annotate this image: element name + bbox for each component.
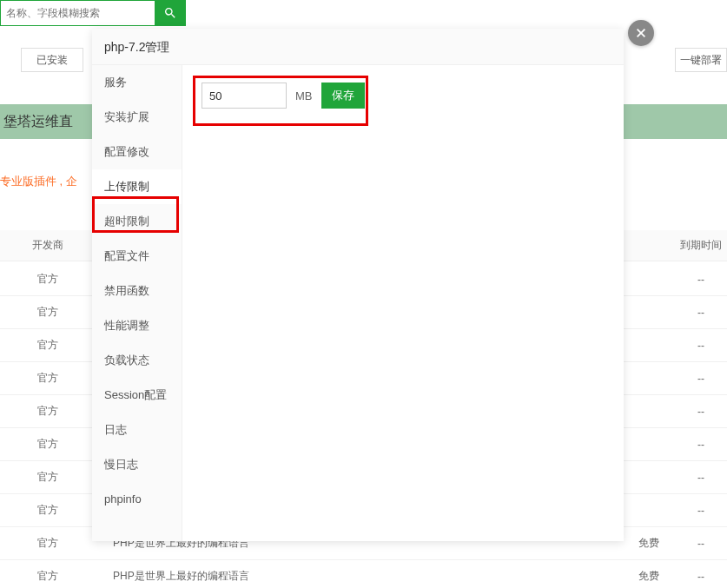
search-input[interactable] bbox=[0, 0, 155, 26]
sidebar-item-config-edit[interactable]: 配置修改 bbox=[92, 135, 182, 169]
cell-dev: 官方 bbox=[0, 437, 96, 452]
cell-dev: 官方 bbox=[0, 272, 96, 287]
search-icon bbox=[163, 6, 177, 20]
modal-body: 服务 安装扩展 配置修改 上传限制 超时限制 配置文件 禁用函数 性能调整 负载… bbox=[92, 65, 624, 541]
sidebar-item-load-status[interactable]: 负载状态 bbox=[92, 343, 182, 378]
cell-expire: -- bbox=[675, 274, 727, 286]
cell-dev: 官方 bbox=[0, 404, 96, 419]
close-button[interactable] bbox=[628, 20, 654, 46]
cell-expire: -- bbox=[675, 538, 727, 550]
save-button[interactable]: 保存 bbox=[321, 83, 365, 109]
header-expire: 到期时间 bbox=[675, 238, 727, 253]
cell-price: 免费 bbox=[623, 569, 675, 584]
cell-expire: -- bbox=[675, 373, 727, 385]
cell-dev: 官方 bbox=[0, 371, 96, 386]
deploy-button[interactable]: 一键部署 bbox=[675, 48, 727, 72]
cell-expire: -- bbox=[675, 571, 727, 583]
search-button[interactable] bbox=[155, 0, 186, 26]
sidebar-item-session[interactable]: Session配置 bbox=[92, 378, 182, 413]
sidebar-item-slow-log[interactable]: 慢日志 bbox=[92, 447, 182, 482]
unit-label: MB bbox=[295, 89, 313, 102]
cell-expire: -- bbox=[675, 340, 727, 352]
sidebar-item-timeout[interactable]: 超时限制 bbox=[92, 204, 182, 239]
cell-price: 免费 bbox=[623, 536, 675, 551]
search-bar bbox=[0, 0, 186, 26]
header-dev: 开发商 bbox=[0, 238, 96, 253]
cell-expire: -- bbox=[675, 472, 727, 484]
sidebar-item-service[interactable]: 服务 bbox=[92, 65, 182, 100]
modal-sidebar: 服务 安装扩展 配置修改 上传限制 超时限制 配置文件 禁用函数 性能调整 负载… bbox=[92, 65, 182, 541]
cell-dev: 官方 bbox=[0, 536, 96, 551]
cell-dev: 官方 bbox=[0, 338, 96, 353]
cell-expire: -- bbox=[675, 439, 727, 451]
sidebar-item-upload-limit[interactable]: 上传限制 bbox=[92, 169, 182, 204]
cell-dev: 官方 bbox=[0, 305, 96, 320]
upload-limit-input[interactable] bbox=[202, 83, 287, 109]
sidebar-item-disable-func[interactable]: 禁用函数 bbox=[92, 274, 182, 308]
cell-dev: 官方 bbox=[0, 470, 96, 485]
installed-button[interactable]: 已安装 bbox=[21, 48, 83, 72]
table-row: 官方 PHP是世界上最好的编程语言 免费 -- bbox=[0, 560, 727, 588]
sidebar-item-install-ext[interactable]: 安装扩展 bbox=[92, 100, 182, 135]
cell-expire: -- bbox=[675, 307, 727, 319]
sidebar-item-config-file[interactable]: 配置文件 bbox=[92, 239, 182, 274]
cell-expire: -- bbox=[675, 406, 727, 418]
close-icon bbox=[635, 27, 647, 39]
sidebar-item-phpinfo[interactable]: phpinfo bbox=[92, 482, 182, 517]
php-manage-modal: php-7.2管理 服务 安装扩展 配置修改 上传限制 超时限制 配置文件 禁用… bbox=[92, 29, 624, 541]
cell-dev: 官方 bbox=[0, 569, 96, 584]
cell-dev: 官方 bbox=[0, 503, 96, 518]
sidebar-item-log[interactable]: 日志 bbox=[92, 413, 182, 447]
modal-title: php-7.2管理 bbox=[92, 29, 624, 65]
sidebar-item-perf-tune[interactable]: 性能调整 bbox=[92, 308, 182, 343]
cell-expire: -- bbox=[675, 505, 727, 517]
cell-desc: PHP是世界上最好的编程语言 bbox=[96, 569, 623, 584]
modal-content: MB 保存 bbox=[182, 65, 624, 541]
upload-limit-form: MB 保存 bbox=[193, 76, 373, 116]
